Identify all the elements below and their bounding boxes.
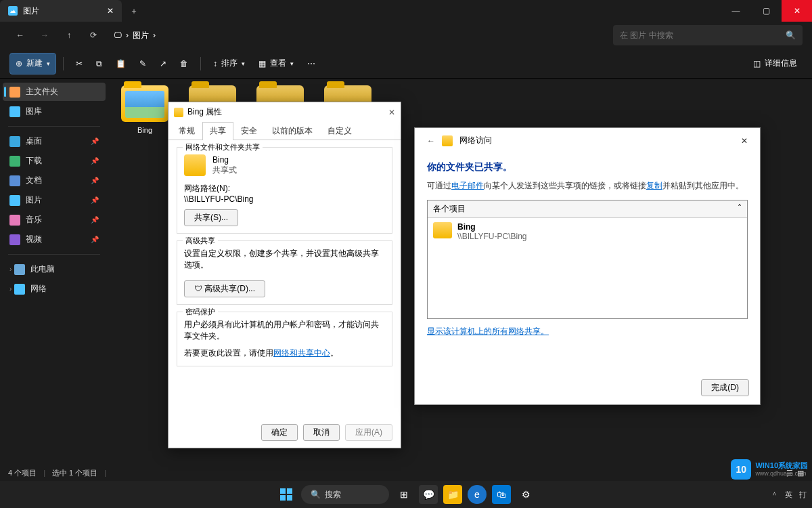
sidebar-item-pictures[interactable]: 图片 📌 (3, 191, 106, 209)
network-files-section: 网络文件和文件夹共享 Bing 共享式 网络路径(N): \\BILLYFU-P… (177, 147, 392, 234)
svg-rect-2 (280, 495, 286, 501)
taskbar-app[interactable]: 💬 (419, 485, 438, 504)
netpath-label: 网络路径(N): (184, 183, 385, 194)
sidebar-item-gallery[interactable]: 图库 (3, 102, 106, 121)
tab-share[interactable]: 共享 (202, 122, 233, 140)
back-button[interactable]: ← (427, 136, 435, 146)
sort-icon: ↕ (213, 59, 217, 68)
share-folder-icon (442, 135, 453, 146)
chevron-up-icon[interactable]: ˄ (738, 203, 742, 215)
taskbar-store[interactable]: 🛍 (492, 485, 511, 504)
refresh-button[interactable]: ⟳ (83, 24, 104, 46)
taskbar-explorer[interactable]: 📁 (443, 485, 462, 504)
copy-link[interactable]: 复制 (646, 181, 662, 190)
dialog-titlebar[interactable]: Bing 属性 ✕ (168, 102, 401, 122)
pwd-desc-1: 用户必须具有此计算机的用户帐户和密码，才能访问共享文件夹。 (184, 319, 385, 342)
rename-button[interactable]: ✎ (134, 53, 152, 75)
sidebar-item-music[interactable]: 音乐 📌 (3, 211, 106, 229)
window-controls: — ▢ ✕ (721, 0, 812, 22)
toolbar: ⊕ 新建 ▾ ✂ ⧉ 📋 ✎ ↗ 🗑 ↕ 排序 ▾ ▦ 查看 ▾ ⋯ ◫ 详细信… (0, 49, 812, 79)
music-icon (9, 215, 20, 226)
pc-icon (14, 264, 25, 275)
folder-item[interactable]: Bing (118, 85, 172, 134)
sidebar-item-desktop[interactable]: 桌面 📌 (3, 132, 106, 150)
tab-custom[interactable]: 自定义 (320, 122, 359, 140)
home-icon (9, 87, 20, 98)
sidebar: 主文件夹 图库 桌面 📌 下载 📌 文档 📌 图片 📌 音 (0, 79, 108, 465)
svg-rect-0 (280, 488, 286, 494)
item-path: \\BILLYFU-PC\Bing (457, 232, 526, 241)
list-header[interactable]: 各个项目 ˄ (428, 200, 747, 218)
share-button[interactable]: 共享(S)... (184, 209, 238, 226)
search-icon[interactable]: 🔍 (786, 30, 796, 40)
copy-button[interactable]: ⧉ (91, 53, 108, 75)
search-input[interactable] (620, 30, 786, 40)
tray-chevron-icon[interactable]: ＾ (771, 490, 778, 500)
taskbar-settings[interactable]: ⚙ (516, 485, 535, 504)
advanced-share-button[interactable]: 🛡 高级共享(D)... (184, 280, 265, 297)
cancel-button[interactable]: 取消 (303, 424, 340, 441)
close-button[interactable]: ✕ (782, 0, 812, 22)
chevron-down-icon: ▾ (242, 60, 245, 67)
show-all-shares-link[interactable]: 显示该计算机上的所有网络共享。 (427, 326, 549, 337)
list-item[interactable]: Bing \\BILLYFU-PC\Bing (428, 218, 747, 245)
sort-button[interactable]: ↕ 排序 ▾ (208, 53, 250, 75)
minimize-button[interactable]: — (721, 0, 751, 22)
sidebar-item-thispc[interactable]: › 此电脑 (3, 260, 106, 278)
tab-close-button[interactable]: ✕ (107, 6, 114, 16)
pictures-icon (9, 195, 20, 206)
new-tab-button[interactable]: ＋ (122, 5, 146, 17)
breadcrumb-item[interactable]: 图片 (133, 30, 149, 41)
up-button[interactable]: ↑ (58, 24, 80, 46)
dialog-close-button[interactable]: ✕ (741, 136, 748, 146)
window-tab[interactable]: 图片 ✕ (0, 0, 122, 22)
password-protection-section: 密码保护 用户必须具有此计算机的用户帐户和密码，才能访问共享文件夹。 若要更改此… (177, 312, 392, 366)
sidebar-item-documents[interactable]: 文档 📌 (3, 171, 106, 190)
task-view-button[interactable]: ⊞ (394, 485, 413, 504)
apply-button[interactable]: 应用(A) (345, 424, 392, 441)
chevron-right-icon: › (126, 30, 129, 40)
paste-button[interactable]: 📋 (110, 53, 131, 75)
share-button[interactable]: ↗ (154, 53, 172, 75)
shield-icon: 🛡 (194, 284, 202, 293)
plus-icon: ⊕ (16, 59, 22, 68)
view-button[interactable]: ▦ 查看 ▾ (253, 53, 299, 75)
delete-button[interactable]: 🗑 (175, 53, 194, 75)
back-button[interactable]: ← (9, 24, 31, 46)
breadcrumb[interactable]: 🖵 › 图片 › (107, 30, 162, 41)
ok-button[interactable]: 确定 (261, 424, 298, 441)
sidebar-item-home[interactable]: 主文件夹 (3, 83, 106, 101)
search-box[interactable]: 🔍 (613, 25, 803, 45)
start-button[interactable] (277, 485, 296, 504)
dialog-close-button[interactable]: ✕ (388, 108, 395, 117)
cut-button[interactable]: ✂ (70, 53, 88, 75)
ime-language[interactable]: 英 (785, 490, 792, 500)
new-button[interactable]: ⊕ 新建 ▾ (9, 53, 56, 75)
email-link[interactable]: 电子邮件 (451, 181, 484, 190)
downloads-icon (9, 156, 20, 167)
pin-icon: 📌 (91, 216, 99, 224)
ime-mode[interactable]: 打 (799, 490, 807, 500)
network-center-link[interactable]: 网络和共享中心 (273, 348, 330, 358)
chevron-right-icon: › (9, 266, 12, 273)
pin-icon: 📌 (91, 157, 99, 165)
taskbar-search[interactable]: 🔍 搜索 (301, 485, 389, 504)
tab-general[interactable]: 常规 (171, 122, 202, 140)
maximize-button[interactable]: ▢ (751, 0, 782, 22)
more-button[interactable]: ⋯ (302, 53, 321, 75)
network-access-dialog: ← 网络访问 ✕ 你的文件夹已共享。 可通过电子邮件向某个人发送到这些共享项的链… (414, 127, 761, 405)
details-pane-button[interactable]: ◫ 详细信息 (748, 53, 803, 75)
pin-icon: 📌 (91, 137, 99, 145)
forward-button[interactable]: → (34, 24, 55, 46)
sidebar-item-videos[interactable]: 视频 📌 (3, 230, 106, 249)
taskbar-edge[interactable]: e (468, 485, 487, 504)
sidebar-item-downloads[interactable]: 下载 📌 (3, 152, 106, 170)
tab-security[interactable]: 安全 (233, 122, 265, 140)
folder-label: Bing (137, 126, 152, 134)
svg-rect-1 (287, 488, 292, 494)
done-button[interactable]: 完成(D) (701, 379, 749, 396)
tab-previous-versions[interactable]: 以前的版本 (265, 122, 320, 140)
sidebar-item-network[interactable]: › 网络 (3, 280, 106, 298)
titlebar: 图片 ✕ ＋ — ▢ ✕ (0, 0, 812, 22)
pictures-icon (8, 6, 18, 16)
